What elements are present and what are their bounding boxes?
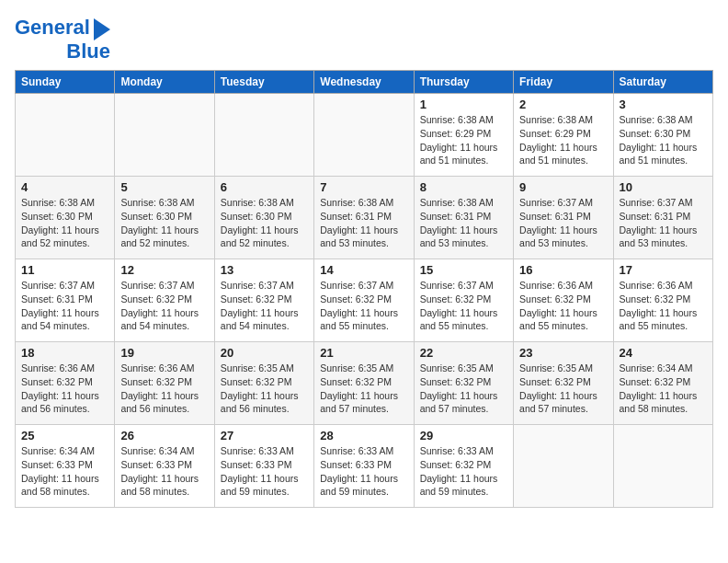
day-number: 9 xyxy=(519,180,607,194)
weekday-header: Sunday xyxy=(16,71,115,94)
calendar-cell: 3Sunrise: 6:38 AM Sunset: 6:30 PM Daylig… xyxy=(613,94,712,177)
weekday-header: Wednesday xyxy=(314,71,414,94)
weekday-header: Saturday xyxy=(613,71,712,94)
calendar-cell: 11Sunrise: 6:37 AM Sunset: 6:31 PM Dayli… xyxy=(16,259,115,342)
calendar-cell: 17Sunrise: 6:36 AM Sunset: 6:32 PM Dayli… xyxy=(613,259,712,342)
logo-text2: Blue xyxy=(66,40,110,63)
calendar-cell: 21Sunrise: 6:35 AM Sunset: 6:32 PM Dayli… xyxy=(314,342,414,425)
calendar-cell: 19Sunrise: 6:36 AM Sunset: 6:32 PM Dayli… xyxy=(115,342,214,425)
day-info: Sunrise: 6:35 AM Sunset: 6:32 PM Dayligh… xyxy=(221,362,308,416)
logo: General Blue xyxy=(15,15,110,63)
day-number: 18 xyxy=(21,346,108,360)
day-number: 2 xyxy=(519,98,607,111)
calendar-cell: 13Sunrise: 6:37 AM Sunset: 6:32 PM Dayli… xyxy=(214,259,313,342)
day-info: Sunrise: 6:35 AM Sunset: 6:32 PM Dayligh… xyxy=(320,362,407,416)
day-info: Sunrise: 6:33 AM Sunset: 6:33 PM Dayligh… xyxy=(221,444,308,499)
day-info: Sunrise: 6:36 AM Sunset: 6:32 PM Dayligh… xyxy=(120,362,208,416)
day-info: Sunrise: 6:38 AM Sunset: 6:31 PM Dayligh… xyxy=(320,196,407,250)
day-info: Sunrise: 6:38 AM Sunset: 6:30 PM Dayligh… xyxy=(21,196,108,250)
calendar-cell: 15Sunrise: 6:37 AM Sunset: 6:32 PM Dayli… xyxy=(414,259,513,342)
day-number: 27 xyxy=(221,429,308,442)
day-number: 1 xyxy=(420,98,507,111)
calendar-cell: 14Sunrise: 6:37 AM Sunset: 6:32 PM Dayli… xyxy=(314,259,414,342)
day-info: Sunrise: 6:33 AM Sunset: 6:33 PM Dayligh… xyxy=(320,444,407,499)
day-number: 24 xyxy=(620,346,707,360)
day-info: Sunrise: 6:34 AM Sunset: 6:32 PM Dayligh… xyxy=(620,362,707,416)
day-number: 19 xyxy=(120,346,208,360)
day-number: 12 xyxy=(120,263,208,277)
calendar-cell: 20Sunrise: 6:35 AM Sunset: 6:32 PM Dayli… xyxy=(214,342,313,425)
day-number: 4 xyxy=(21,180,108,194)
day-info: Sunrise: 6:37 AM Sunset: 6:31 PM Dayligh… xyxy=(21,279,108,333)
calendar-cell: 9Sunrise: 6:37 AM Sunset: 6:31 PM Daylig… xyxy=(514,177,613,259)
day-info: Sunrise: 6:38 AM Sunset: 6:30 PM Dayligh… xyxy=(620,113,707,167)
day-info: Sunrise: 6:36 AM Sunset: 6:32 PM Dayligh… xyxy=(21,362,108,416)
day-info: Sunrise: 6:33 AM Sunset: 6:32 PM Dayligh… xyxy=(420,444,507,499)
day-info: Sunrise: 6:37 AM Sunset: 6:31 PM Dayligh… xyxy=(620,196,707,250)
calendar-cell: 24Sunrise: 6:34 AM Sunset: 6:32 PM Dayli… xyxy=(613,342,712,425)
day-number: 21 xyxy=(320,346,407,360)
day-info: Sunrise: 6:37 AM Sunset: 6:32 PM Dayligh… xyxy=(320,279,407,333)
calendar-cell: 10Sunrise: 6:37 AM Sunset: 6:31 PM Dayli… xyxy=(613,177,712,259)
logo-arrow-icon xyxy=(94,18,110,40)
day-number: 26 xyxy=(120,429,208,442)
calendar-cell xyxy=(314,94,414,177)
day-number: 29 xyxy=(420,429,507,442)
logo-text: General xyxy=(15,17,90,39)
calendar-cell xyxy=(214,94,313,177)
calendar-cell xyxy=(514,425,613,508)
calendar-cell: 16Sunrise: 6:36 AM Sunset: 6:32 PM Dayli… xyxy=(514,259,613,342)
day-number: 8 xyxy=(420,180,507,194)
page-header: General Blue xyxy=(15,15,713,63)
day-number: 13 xyxy=(221,263,308,277)
calendar-cell: 18Sunrise: 6:36 AM Sunset: 6:32 PM Dayli… xyxy=(16,342,115,425)
day-number: 5 xyxy=(120,180,208,194)
day-info: Sunrise: 6:34 AM Sunset: 6:33 PM Dayligh… xyxy=(21,444,108,499)
calendar-cell: 5Sunrise: 6:38 AM Sunset: 6:30 PM Daylig… xyxy=(115,177,214,259)
day-info: Sunrise: 6:36 AM Sunset: 6:32 PM Dayligh… xyxy=(519,279,607,333)
calendar-cell: 28Sunrise: 6:33 AM Sunset: 6:33 PM Dayli… xyxy=(314,425,414,508)
day-info: Sunrise: 6:37 AM Sunset: 6:32 PM Dayligh… xyxy=(221,279,308,333)
calendar-cell: 2Sunrise: 6:38 AM Sunset: 6:29 PM Daylig… xyxy=(514,94,613,177)
day-info: Sunrise: 6:37 AM Sunset: 6:31 PM Dayligh… xyxy=(519,196,607,250)
calendar-cell: 6Sunrise: 6:38 AM Sunset: 6:30 PM Daylig… xyxy=(214,177,313,259)
day-number: 11 xyxy=(21,263,108,277)
calendar-cell: 12Sunrise: 6:37 AM Sunset: 6:32 PM Dayli… xyxy=(115,259,214,342)
day-number: 7 xyxy=(320,180,407,194)
calendar-cell: 4Sunrise: 6:38 AM Sunset: 6:30 PM Daylig… xyxy=(16,177,115,259)
calendar-cell: 27Sunrise: 6:33 AM Sunset: 6:33 PM Dayli… xyxy=(214,425,313,508)
calendar-cell xyxy=(16,94,115,177)
day-number: 14 xyxy=(320,263,407,277)
calendar-cell: 29Sunrise: 6:33 AM Sunset: 6:32 PM Dayli… xyxy=(414,425,513,508)
calendar-cell xyxy=(115,94,214,177)
day-number: 22 xyxy=(420,346,507,360)
calendar-cell: 1Sunrise: 6:38 AM Sunset: 6:29 PM Daylig… xyxy=(414,94,513,177)
day-number: 28 xyxy=(320,429,407,442)
day-info: Sunrise: 6:38 AM Sunset: 6:29 PM Dayligh… xyxy=(420,113,507,167)
day-info: Sunrise: 6:36 AM Sunset: 6:32 PM Dayligh… xyxy=(620,279,707,333)
day-info: Sunrise: 6:38 AM Sunset: 6:31 PM Dayligh… xyxy=(420,196,507,250)
calendar-cell xyxy=(613,425,712,508)
day-number: 3 xyxy=(620,98,707,111)
day-number: 15 xyxy=(420,263,507,277)
calendar-cell: 8Sunrise: 6:38 AM Sunset: 6:31 PM Daylig… xyxy=(414,177,513,259)
calendar-table: SundayMondayTuesdayWednesdayThursdayFrid… xyxy=(15,70,713,508)
calendar-cell: 25Sunrise: 6:34 AM Sunset: 6:33 PM Dayli… xyxy=(16,425,115,508)
weekday-header: Tuesday xyxy=(214,71,313,94)
day-number: 17 xyxy=(620,263,707,277)
day-number: 6 xyxy=(221,180,308,194)
day-number: 20 xyxy=(221,346,308,360)
day-info: Sunrise: 6:38 AM Sunset: 6:29 PM Dayligh… xyxy=(519,113,607,167)
day-info: Sunrise: 6:37 AM Sunset: 6:32 PM Dayligh… xyxy=(120,279,208,333)
calendar-cell: 22Sunrise: 6:35 AM Sunset: 6:32 PM Dayli… xyxy=(414,342,513,425)
calendar-cell: 26Sunrise: 6:34 AM Sunset: 6:33 PM Dayli… xyxy=(115,425,214,508)
day-info: Sunrise: 6:37 AM Sunset: 6:32 PM Dayligh… xyxy=(420,279,507,333)
day-number: 10 xyxy=(620,180,707,194)
day-number: 16 xyxy=(519,263,607,277)
day-number: 25 xyxy=(21,429,108,442)
calendar-cell: 7Sunrise: 6:38 AM Sunset: 6:31 PM Daylig… xyxy=(314,177,414,259)
weekday-header: Thursday xyxy=(414,71,513,94)
day-info: Sunrise: 6:38 AM Sunset: 6:30 PM Dayligh… xyxy=(120,196,208,250)
day-number: 23 xyxy=(519,346,607,360)
calendar-cell: 23Sunrise: 6:35 AM Sunset: 6:32 PM Dayli… xyxy=(514,342,613,425)
